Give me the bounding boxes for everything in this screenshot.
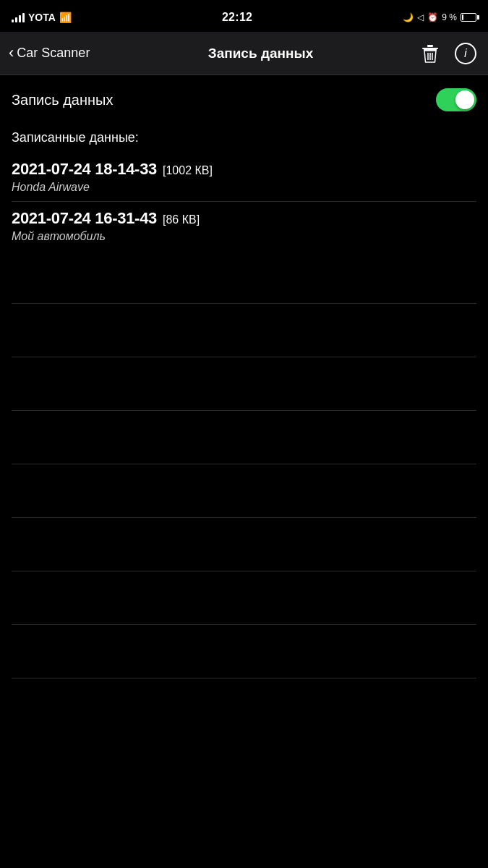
records-header-label: Записанные данные: bbox=[12, 130, 139, 145]
toggle-thumb bbox=[455, 90, 474, 109]
record-car-1: Мой автомобиль bbox=[12, 230, 476, 243]
recording-toggle-label: Запись данных bbox=[12, 92, 113, 109]
page-title: Запись данных bbox=[103, 46, 419, 61]
record-size-0: [1002 КВ] bbox=[163, 164, 213, 177]
main-content: Запись данных Записанные данные: 2021-07… bbox=[0, 75, 488, 678]
empty-row-1 bbox=[12, 304, 476, 357]
recording-toggle[interactable] bbox=[436, 88, 476, 111]
record-datetime-1: 2021-07-24 16-31-43 bbox=[12, 209, 157, 228]
record-datetime-0: 2021-07-24 18-14-33 bbox=[12, 160, 157, 179]
carrier-label: YOTA bbox=[28, 12, 56, 23]
empty-rows bbox=[0, 250, 488, 678]
record-car-0: Honda Airwave bbox=[12, 181, 476, 194]
empty-row-2 bbox=[12, 357, 476, 411]
records-section-header: Записанные данные: bbox=[0, 124, 488, 153]
wifi-icon: 📶 bbox=[59, 12, 72, 23]
records-list: 2021-07-24 18-14-33[1002 КВ]Honda Airwav… bbox=[0, 153, 488, 250]
signal-bars-icon bbox=[12, 12, 25, 22]
empty-row-3 bbox=[12, 411, 476, 464]
battery-icon bbox=[461, 13, 476, 22]
svg-rect-0 bbox=[422, 48, 438, 49]
alarm-icon: ⏰ bbox=[427, 12, 438, 22]
recording-toggle-row: Запись данных bbox=[0, 75, 488, 124]
info-circle-icon: i bbox=[455, 43, 476, 64]
nav-actions: i bbox=[419, 40, 479, 67]
trash-icon bbox=[421, 43, 439, 64]
svg-rect-1 bbox=[427, 45, 433, 47]
empty-row-0 bbox=[12, 250, 476, 304]
empty-row-6 bbox=[12, 571, 476, 625]
empty-row-5 bbox=[12, 518, 476, 571]
toggle-track bbox=[436, 88, 476, 111]
info-button[interactable]: i bbox=[452, 40, 479, 67]
empty-row-4 bbox=[12, 464, 476, 518]
record-item-0[interactable]: 2021-07-24 18-14-33[1002 КВ]Honda Airwav… bbox=[12, 153, 476, 202]
battery-percent-label: 9 % bbox=[442, 12, 457, 22]
location-icon: ◁ bbox=[417, 12, 424, 22]
status-right: 🌙 ◁ ⏰ 9 % bbox=[403, 12, 476, 22]
record-size-1: [86 КВ] bbox=[163, 213, 200, 226]
moon-icon: 🌙 bbox=[403, 12, 414, 22]
status-bar: YOTA 📶 22:12 🌙 ◁ ⏰ 9 % bbox=[0, 0, 488, 32]
back-button[interactable]: ‹ Car Scanner bbox=[9, 46, 103, 61]
empty-row-7 bbox=[12, 625, 476, 678]
nav-bar: ‹ Car Scanner Запись данных i bbox=[0, 32, 488, 75]
chevron-left-icon: ‹ bbox=[9, 45, 14, 61]
back-label: Car Scanner bbox=[17, 46, 90, 61]
status-left: YOTA 📶 bbox=[12, 12, 72, 23]
status-time: 22:12 bbox=[222, 11, 252, 24]
record-item-1[interactable]: 2021-07-24 16-31-43[86 КВ]Мой автомобиль bbox=[12, 202, 476, 250]
delete-button[interactable] bbox=[419, 41, 442, 67]
